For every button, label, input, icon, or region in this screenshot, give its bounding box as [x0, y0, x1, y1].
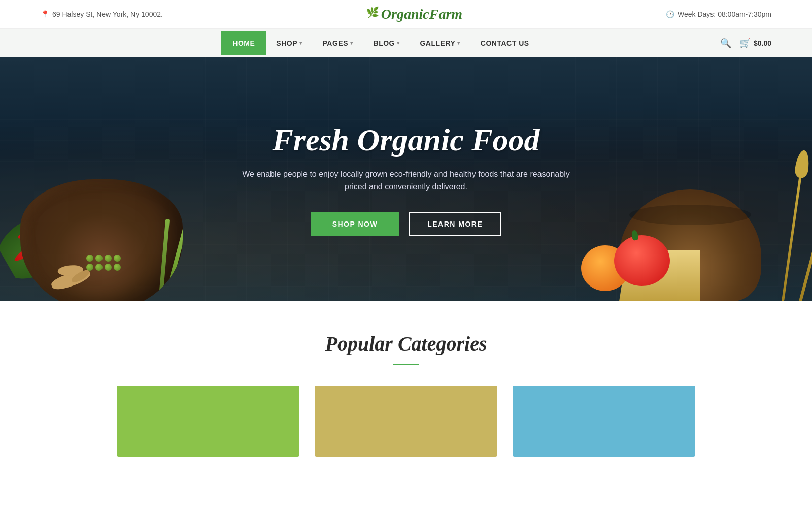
chevron-down-icon: ▾ — [350, 40, 353, 46]
category-card-grains[interactable] — [315, 386, 497, 457]
berry — [105, 264, 112, 271]
hero-section: Fresh Organic Food We enable people to e… — [0, 57, 812, 301]
cart-price: $0.00 — [754, 39, 771, 47]
hero-content: Fresh Organic Food We enable people to e… — [228, 122, 584, 236]
logo[interactable]: 🌿 OrganicFarm — [366, 6, 462, 22]
tomato-red-decoration — [614, 235, 670, 286]
top-bar: 69 Halsey St, New York, Ny 10002. 🌿 Orga… — [0, 0, 812, 29]
nav-right: 🔍 🛒 $0.00 — [720, 38, 771, 49]
category-card-dairy[interactable] — [513, 386, 695, 457]
bowl-decoration — [20, 179, 183, 301]
title-underline — [393, 364, 419, 365]
hero-subtitle: We enable people to enjoy locally grown … — [239, 168, 573, 194]
berries-decoration — [86, 255, 122, 271]
chevron-down-icon: ▾ — [299, 40, 302, 46]
address-bar: 69 Halsey St, New York, Ny 10002. — [41, 10, 163, 18]
nav-item-pages[interactable]: PAGES ▾ — [313, 31, 363, 55]
nav-item-shop[interactable]: SHOP ▾ — [266, 31, 312, 55]
berry — [105, 255, 112, 262]
hero-title: Fresh Organic Food — [239, 122, 573, 157]
popular-categories-section: Popular Categories — [0, 301, 812, 472]
chevron-down-icon: ▾ — [457, 40, 460, 46]
category-card-vegetables[interactable] — [117, 386, 299, 457]
hours-text: Week Days: 08:00am-7:30pm — [678, 10, 771, 18]
brand-name: OrganicFarm — [381, 6, 462, 22]
berry — [114, 255, 121, 262]
hours-bar: Week Days: 08:00am-7:30pm — [666, 10, 771, 18]
search-icon[interactable]: 🔍 — [720, 38, 731, 49]
nav-item-blog[interactable]: BLOG ▾ — [363, 31, 410, 55]
address-text: 69 Halsey St, New York, Ny 10002. — [52, 10, 163, 18]
berry — [95, 255, 103, 262]
hero-food-right — [584, 118, 812, 301]
popular-categories-title: Popular Categories — [41, 332, 771, 356]
nav-item-gallery[interactable]: GALLERY ▾ — [410, 31, 470, 55]
berry — [86, 255, 93, 262]
hero-food-left — [0, 108, 264, 301]
berry — [95, 264, 103, 271]
nav-item-home[interactable]: HOME — [221, 31, 266, 55]
berry — [86, 264, 93, 271]
navbar: HOME SHOP ▾ PAGES ▾ BLOG ▾ GALLERY ▾ CON… — [0, 29, 812, 57]
shop-now-button[interactable]: SHOP NOW — [311, 212, 399, 236]
leaf-icon: 🌿 — [366, 6, 379, 18]
clock-icon — [666, 10, 674, 18]
wheat-stalk2-decoration — [782, 150, 805, 301]
categories-grid — [41, 386, 771, 472]
nav-item-contact[interactable]: CONTACT US — [470, 31, 539, 55]
chevron-down-icon: ▾ — [397, 40, 400, 46]
berry — [114, 264, 121, 271]
nav-items: HOME SHOP ▾ PAGES ▾ BLOG ▾ GALLERY ▾ CON… — [41, 31, 720, 55]
hero-buttons: SHOP NOW LEARN MORE — [239, 212, 573, 236]
lemongrass-decoration — [163, 212, 183, 301]
cart-icon: 🛒 — [739, 38, 751, 49]
location-icon — [41, 10, 49, 18]
cart-button[interactable]: 🛒 $0.00 — [739, 38, 771, 49]
learn-more-button[interactable]: LEARN MORE — [409, 212, 501, 236]
wheat-stalk-decoration — [799, 164, 812, 301]
